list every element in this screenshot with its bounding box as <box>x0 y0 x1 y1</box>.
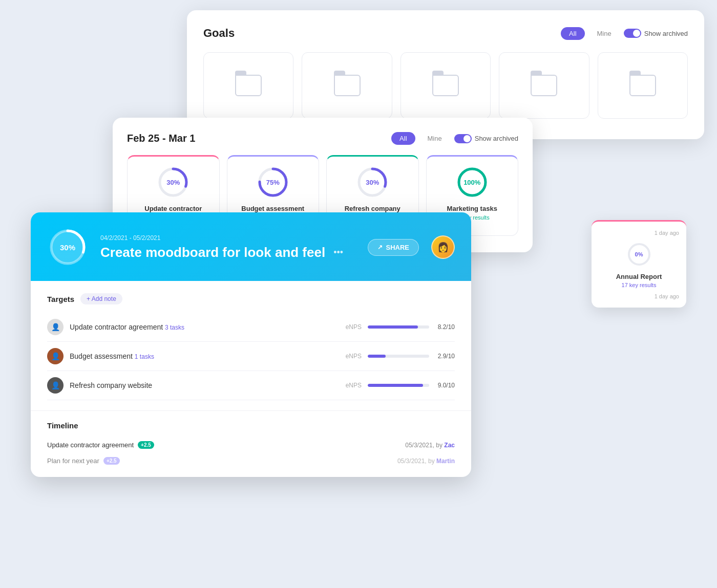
target-left-3: 👤 Refresh company website <box>47 377 152 394</box>
goal-progress-circle-4: 100% <box>456 166 489 199</box>
target-right-2: eNPS 2.9/10 <box>346 353 455 360</box>
target-right-3: eNPS 9.0/10 <box>346 382 455 389</box>
targets-title: Targets <box>47 295 74 303</box>
target-avatar-1: 👤 <box>47 319 64 335</box>
target-row-2: 👤 Budget assessment 1 tasks eNPS 2.9/10 <box>47 342 455 371</box>
avatar: 👩 <box>431 235 455 259</box>
folder-card-3[interactable] <box>400 52 491 119</box>
target-row-3: 👤 Refresh company website eNPS 9.0/10 <box>47 371 455 400</box>
folder-card-4[interactable] <box>499 52 589 119</box>
timeline-title: Timeline <box>47 421 455 430</box>
week-filter-group: All Mine Show archived <box>391 132 518 145</box>
goal-percent-3: 30% <box>366 179 379 186</box>
target-score-2: 2.9/10 <box>435 353 455 360</box>
folder-card-5[interactable] <box>598 52 688 119</box>
goal-name-2: Budget assessment <box>241 205 304 212</box>
timeline-row-2: Plan for next year +2.5 05/3/2021, by Ma… <box>47 453 455 469</box>
folder-icon-2 <box>334 75 361 96</box>
timeline-badge-2: +2.5 <box>103 457 120 465</box>
target-metric-1: eNPS <box>346 323 362 331</box>
target-score-1: 8.2/10 <box>435 323 455 331</box>
detail-header: 30% 04/2/2021 - 05/2/2021 Create moodboa… <box>31 212 471 281</box>
week-filter-mine[interactable]: Mine <box>419 132 450 145</box>
goals-header: Goals All Mine Show archived <box>203 27 688 40</box>
timeline-name-1: Update contractor agreement <box>47 441 134 449</box>
timeline-section: Timeline Update contractor agreement +2.… <box>31 410 471 477</box>
target-name-1: Update contractor agreement 3 tasks <box>70 323 184 331</box>
detail-panel: 30% 04/2/2021 - 05/2/2021 Create moodboa… <box>31 212 471 477</box>
week-filter-all[interactable]: All <box>391 132 415 145</box>
goal-percent-1: 30% <box>166 179 180 186</box>
add-note-button[interactable]: + Add note <box>80 293 122 304</box>
week-title: Feb 25 - Mar 1 <box>127 133 195 144</box>
target-progress-bar-1 <box>368 325 429 329</box>
goals-show-archived-label: Show archived <box>644 30 688 37</box>
target-score-3: 9.0/10 <box>435 382 455 389</box>
goals-show-archived-toggle[interactable]: Show archived <box>624 29 688 38</box>
week-show-archived-label: Show archived <box>475 135 518 142</box>
target-right-1: eNPS 8.2/10 <box>346 323 455 331</box>
target-avatar-2: 👤 <box>47 348 64 364</box>
folder-card-1[interactable] <box>203 52 293 119</box>
target-progress-bar-2 <box>368 355 429 358</box>
target-avatar-3: 👤 <box>47 377 64 394</box>
detail-title: Create moodboard for look and feel <box>100 245 325 260</box>
annual-meta: 17 key results <box>599 282 679 288</box>
timeline-right-1: 05/3/2021, by Zac <box>405 442 455 449</box>
target-progress-fill-1 <box>368 325 418 329</box>
target-row-1: 👤 Update contractor agreement 3 tasks eN… <box>47 313 455 342</box>
detail-progress-circle: 30% <box>47 227 88 268</box>
goal-progress-circle-3: 30% <box>356 166 389 199</box>
folder-icon-4 <box>531 75 557 96</box>
target-metric-3: eNPS <box>346 382 362 389</box>
detail-dates: 04/2/2021 - 05/2/2021 <box>100 234 355 242</box>
target-left-2: 👤 Budget assessment 1 tasks <box>47 348 154 364</box>
timeline-name-2: Plan for next year <box>47 457 99 465</box>
annual-title: Annual Report <box>599 273 679 280</box>
week-show-archived-toggle[interactable]: Show archived <box>454 134 518 143</box>
goals-filter-all[interactable]: All <box>561 27 584 40</box>
target-name-2: Budget assessment 1 tasks <box>70 352 154 360</box>
week-header: Feb 25 - Mar 1 All Mine Show archived <box>127 132 518 145</box>
goal-progress-circle-2: 75% <box>257 166 289 199</box>
folder-icon-1 <box>235 75 262 96</box>
target-tasks-link-1[interactable]: 3 tasks <box>165 324 184 331</box>
week-toggle-switch-icon[interactable] <box>454 134 472 143</box>
timeline-left-1: Update contractor agreement +2.5 <box>47 441 154 449</box>
folder-icon-3 <box>432 75 459 96</box>
annual-time: 1 day ago <box>599 230 679 236</box>
annual-report-panel: 1 day ago 0% Annual Report 17 key result… <box>592 220 686 308</box>
target-name-3: Refresh company website <box>70 381 152 389</box>
timeline-right-2: 05/3/2021, by Martin <box>397 458 455 465</box>
share-label: SHARE <box>386 244 409 251</box>
more-options-icon[interactable]: ••• <box>333 247 343 258</box>
goal-name-4: Marketing tasks <box>447 205 497 212</box>
detail-percent: 30% <box>60 243 75 252</box>
share-icon: ↗ <box>377 244 383 251</box>
target-left-1: 👤 Update contractor agreement 3 tasks <box>47 319 184 335</box>
detail-body: Targets + Add note 👤 Update contractor a… <box>31 281 471 410</box>
goals-title: Goals <box>203 27 235 40</box>
goals-filter-mine[interactable]: Mine <box>589 27 620 40</box>
folder-icon-5 <box>629 75 656 96</box>
annual-circle: 0% <box>599 241 679 268</box>
timeline-badge-1: +2.5 <box>138 441 154 449</box>
target-progress-fill-3 <box>368 384 423 387</box>
detail-header-text: 04/2/2021 - 05/2/2021 Create moodboard f… <box>100 234 355 260</box>
target-progress-fill-2 <box>368 355 386 358</box>
goals-filter-group: All Mine Show archived <box>561 27 688 40</box>
target-metric-2: eNPS <box>346 353 362 360</box>
timeline-author-1: Zac <box>444 442 455 449</box>
toggle-switch-icon[interactable] <box>624 29 641 38</box>
goal-percent-4: 100% <box>463 179 480 186</box>
targets-header: Targets + Add note <box>47 293 455 304</box>
annual-time2: 1 day ago <box>599 293 679 299</box>
target-progress-bar-3 <box>368 384 429 387</box>
target-tasks-link-2[interactable]: 1 tasks <box>135 353 154 360</box>
folder-grid <box>203 52 688 119</box>
folder-card-2[interactable] <box>302 52 392 119</box>
share-button[interactable]: ↗ SHARE <box>368 239 419 256</box>
timeline-author-2: Martin <box>436 458 455 465</box>
timeline-row-1: Update contractor agreement +2.5 05/3/20… <box>47 437 455 453</box>
goal-percent-2: 75% <box>266 179 280 186</box>
